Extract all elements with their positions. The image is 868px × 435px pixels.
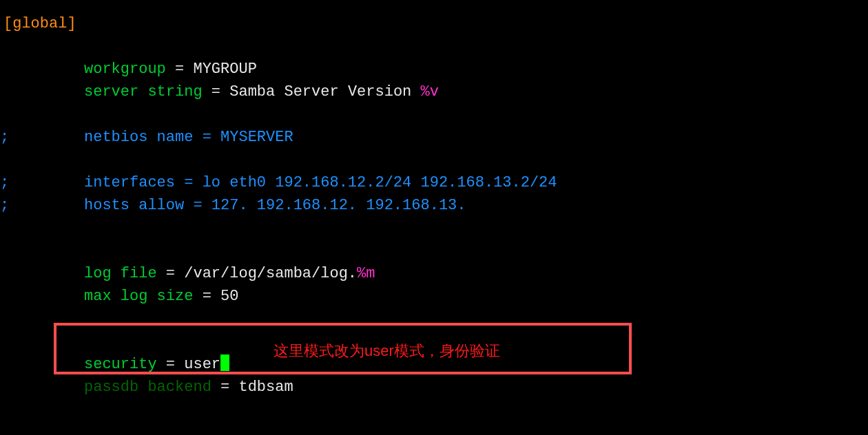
blank-line bbox=[0, 103, 868, 126]
blank-line bbox=[0, 149, 868, 171]
text-cursor bbox=[220, 354, 229, 371]
config-section-header: [global] bbox=[0, 12, 868, 35]
config-line-max-log-size: max log size = 50 bbox=[0, 285, 868, 308]
config-line-netbios: netbios name = MYSERVER bbox=[0, 126, 868, 149]
config-line-hosts-allow: hosts allow = 127. 192.168.12. 192.168.1… bbox=[0, 194, 868, 217]
config-line-workgroup: workgroup = MYGROUP bbox=[0, 58, 868, 81]
config-line-passdb: passdb backend = tdbsam bbox=[0, 376, 868, 399]
blank-line bbox=[0, 308, 868, 330]
config-line-server-string: server string = Samba Server Version %v bbox=[0, 81, 868, 103]
config-line-log-file: log file = /var/log/samba/log.%m bbox=[0, 262, 868, 285]
blank-line bbox=[0, 217, 868, 240]
blank-line bbox=[0, 35, 868, 58]
annotation-label: 这里模式改为user模式，身份验证 bbox=[273, 339, 500, 362]
blank-line bbox=[0, 240, 868, 262]
config-line-interfaces: interfaces = lo eth0 192.168.12.2/24 192… bbox=[0, 171, 868, 194]
